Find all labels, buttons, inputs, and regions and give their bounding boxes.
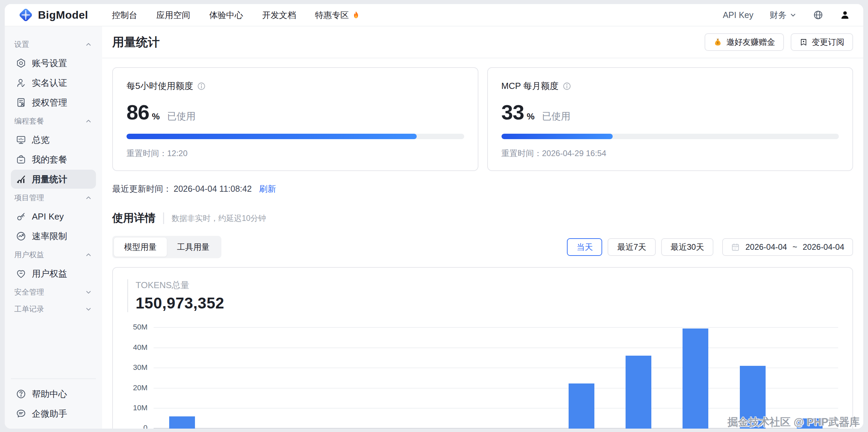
chevron-up-icon (84, 40, 93, 49)
my-plan-icon (16, 154, 26, 165)
range-button-最近30天[interactable]: 最近30天 (661, 238, 714, 256)
bar-chart: 010M20M30M40M50M 2026-04-0400:002026-04-… (127, 328, 838, 429)
top-nav-item[interactable]: 应用空间 (156, 10, 190, 21)
account-settings-icon (16, 58, 26, 69)
sidebar-item-label: 我的套餐 (32, 154, 67, 166)
sidebar-item-实名认证[interactable]: 实名认证 (11, 73, 96, 92)
sidebar-section-编程套餐[interactable]: 编程套餐 (11, 113, 96, 130)
top-nav-item[interactable]: 开发文档 (262, 10, 296, 21)
bar-slot (553, 328, 610, 429)
change-subscription-button[interactable]: 变更订阅 (791, 33, 853, 51)
top-nav-item[interactable]: 控制台 (112, 10, 137, 21)
nav-finance[interactable]: 财务 (770, 10, 797, 21)
chevron-up-icon (84, 194, 93, 202)
info-icon[interactable] (197, 82, 206, 91)
sidebar-item-用户权益[interactable]: 用户权益 (11, 264, 96, 283)
quota-card-5h: 每5小时使用额度 86 % 已使用 重置时间：12:20 (112, 67, 478, 171)
usage-type-tabs: 模型用量工具用量 (112, 236, 221, 258)
sidebar-item-label: 用量统计 (32, 173, 67, 185)
sidebar-section-设置[interactable]: 设置 (11, 36, 96, 53)
brand[interactable]: BigModel (18, 7, 88, 22)
sidebar-item-label: 授权管理 (32, 97, 67, 109)
bar[interactable] (626, 356, 651, 429)
quota-used-label: 已使用 (542, 110, 571, 123)
tokens-total-label: TOKENS总量 (136, 279, 838, 291)
sidebar-item-label: 实名认证 (32, 77, 67, 89)
bar-slot (325, 328, 382, 429)
quota-progress-fill (126, 134, 417, 139)
range-button-最近7天[interactable]: 最近7天 (608, 238, 655, 256)
subscription-icon (800, 38, 808, 46)
sidebar-item-账号设置[interactable]: 账号设置 (11, 54, 96, 73)
nav-api-key[interactable]: API Key (723, 10, 753, 20)
sidebar: 设置账号设置实名认证授权管理编程套餐总览我的套餐用量统计项目管理API Key速… (5, 26, 102, 429)
refresh-link[interactable]: 刷新 (259, 183, 276, 194)
bigmodel-logo-icon (18, 7, 33, 22)
sidebar-item-API Key[interactable]: API Key (11, 207, 96, 226)
sidebar-item-label: 速率限制 (32, 230, 67, 242)
usage-detail-header: 使用详情 数据非实时，约延迟10分钟 (112, 211, 853, 226)
sidebar-item-授权管理[interactable]: 授权管理 (11, 93, 96, 112)
sidebar-item-label: 用户权益 (32, 268, 67, 280)
bar-slot (496, 328, 553, 429)
sidebar-section-项目管理[interactable]: 项目管理 (11, 189, 96, 206)
bar[interactable] (569, 383, 594, 429)
sidebar-item-label: 企微助手 (32, 408, 67, 420)
range-button-当天[interactable]: 当天 (567, 238, 602, 256)
date-range-controls: 当天最近7天最近30天 2026-04-04 ~ 2026-04-04 (567, 238, 853, 256)
sidebar-section-用户权益[interactable]: 用户权益 (11, 246, 96, 263)
y-axis-tick: 30M (133, 363, 147, 372)
bar[interactable] (797, 418, 823, 429)
quota-used-label: 已使用 (167, 110, 196, 123)
chevron-down-icon (789, 11, 797, 19)
sidebar-item-用量统计[interactable]: 用量统计 (11, 170, 96, 189)
language-globe-icon[interactable] (813, 10, 823, 20)
last-update-time: 2026-04-04 11:08:42 (174, 184, 252, 194)
sidebar-item-我的套餐[interactable]: 我的套餐 (11, 150, 96, 169)
top-nav-items: 控制台应用空间体验中心开发文档特惠专区 (112, 10, 723, 21)
bar[interactable] (740, 366, 766, 429)
y-axis-tick: 10M (133, 403, 147, 412)
chart-plot-area: 010M20M30M40M50M (154, 328, 838, 429)
sidebar-item-企微助手[interactable]: 企微助手 (11, 404, 96, 423)
sidebar-item-帮助中心[interactable]: 帮助中心 (11, 384, 96, 403)
chevron-down-icon (84, 305, 93, 313)
quota-card-title: 每5小时使用额度 (126, 80, 193, 92)
last-update-label: 最近更新时间： (112, 183, 172, 194)
bar[interactable] (683, 328, 708, 429)
chevron-down-icon (84, 288, 93, 296)
quota-percent: 86 (126, 100, 149, 124)
bar-slot (610, 328, 667, 429)
sidebar-section-安全管理[interactable]: 安全管理 (11, 284, 96, 301)
tab-模型用量[interactable]: 模型用量 (114, 238, 167, 257)
tab-工具用量[interactable]: 工具用量 (167, 238, 220, 257)
y-axis-tick: 20M (133, 383, 147, 392)
date-range-picker[interactable]: 2026-04-04 ~ 2026-04-04 (722, 238, 853, 256)
quota-reset-time: 重置时间：2026-04-29 16:54 (501, 148, 839, 159)
user-avatar[interactable] (840, 10, 850, 20)
bar-slot (382, 328, 439, 429)
sidebar-item-总览[interactable]: 总览 (11, 130, 96, 149)
quota-card-title: MCP 每月额度 (501, 80, 559, 92)
top-nav-item[interactable]: 特惠专区 (315, 10, 360, 21)
help-center-icon (16, 389, 26, 399)
sidebar-section-工单记录[interactable]: 工单记录 (11, 301, 96, 318)
date-end: 2026-04-04 (803, 242, 844, 252)
info-icon[interactable] (563, 82, 571, 91)
page-title: 用量统计 (112, 34, 160, 50)
tokens-chart-card: TOKENS总量 150,973,352 010M20M30M40M50M 20… (112, 267, 853, 429)
invite-friends-button[interactable]: 邀好友赚赠金 (705, 33, 784, 51)
sidebar-item-label: API Key (32, 211, 64, 222)
last-update-row: 最近更新时间： 2026-04-04 11:08:42 刷新 (112, 183, 853, 194)
identity-verify-icon (16, 77, 26, 88)
sidebar-item-label: 账号设置 (32, 57, 67, 69)
top-nav-item[interactable]: 体验中心 (209, 10, 243, 21)
quota-progress-track (501, 134, 839, 139)
brand-name: BigModel (38, 9, 88, 21)
usage-stats-icon (16, 174, 26, 185)
bar-slot (724, 328, 781, 429)
sidebar-item-速率限制[interactable]: 速率限制 (11, 227, 96, 246)
bar[interactable] (169, 416, 195, 429)
api-key-icon (16, 211, 26, 222)
quota-reset-time: 重置时间：12:20 (126, 148, 464, 159)
